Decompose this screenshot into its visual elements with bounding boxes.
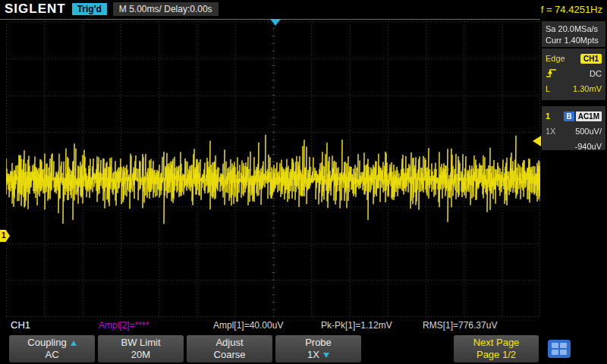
channel-label: CH1 <box>11 317 30 334</box>
measurement-item-0: Ampl[2]=**** <box>99 317 149 334</box>
softkey-adjust-label: Adjust <box>215 337 243 349</box>
memory-depth: Curr 1.40Mpts <box>546 35 602 46</box>
channel1-info-box[interactable]: 1 B AC1M 1X 500uV/ -940uV <box>542 106 605 150</box>
measurement-item-1: Ampl[1]=40.00uV <box>213 317 283 334</box>
softkey-nextpage-value: Page 1/2 <box>476 349 516 361</box>
frequency-counter: f = 74.4251Hz <box>541 4 607 15</box>
acquisition-info-box: Sa 20.0MSa/s Curr 1.40Mpts <box>542 21 605 47</box>
softkey-nextpage-label: Next Page <box>473 337 520 349</box>
softkey-nextpage[interactable]: Next Page Page 1/2 <box>454 335 539 362</box>
channel-coupling-badge: AC1M <box>576 111 602 121</box>
softkey-menu: Coupling AC BW Limit 20M Adjust Coarse P… <box>0 334 607 363</box>
trigger-level-marker[interactable] <box>533 136 541 146</box>
softkey-adjust[interactable]: Adjust Coarse <box>187 335 272 362</box>
softkey-probe-label: Probe <box>305 337 332 349</box>
measurement-item-2: Pk-Pk[1]=1.12mV <box>321 317 392 334</box>
menu-onoff-button[interactable] <box>548 340 571 358</box>
brand-logo: SIGLENT <box>5 2 66 17</box>
menu-grid-icon <box>552 343 567 355</box>
trigger-source-badge: CH1 <box>580 54 602 64</box>
oscilloscope-screen: SIGLENT Trig'd M 5.00ms/ Delay:0.00s f =… <box>0 0 607 364</box>
trigger-coupling: DC <box>590 69 602 78</box>
vertical-scale: 500uV/ <box>575 127 602 136</box>
softkey-bwlimit-label: BW Limit <box>121 337 161 349</box>
measurement-bar: CH1 Ampl[2]=**** Ampl[1]=40.00uV Pk-Pk[1… <box>0 317 540 334</box>
trigger-level-value: 1.30mV <box>573 84 602 93</box>
softkey-adjust-value: Coarse <box>214 349 246 361</box>
sample-rate: Sa 20.0MSa/s <box>546 24 602 35</box>
measurement-item-3: RMS[1]=776.37uV <box>423 317 497 334</box>
softkey-coupling-label: Coupling <box>27 337 66 349</box>
bandwidth-limit-badge: B <box>564 111 574 121</box>
softkey-bwlimit[interactable]: BW Limit 20M <box>98 335 184 362</box>
timebase-readout[interactable]: M 5.00ms/ Delay:0.00s <box>113 2 219 16</box>
rising-edge-icon <box>546 68 557 80</box>
channel-number: 1 <box>546 111 550 121</box>
trigger-status-badge: Trig'd <box>72 3 107 15</box>
trigger-type: Edge <box>546 54 565 63</box>
probe-attenuation: 1X <box>546 127 555 136</box>
top-status-bar: SIGLENT Trig'd M 5.00ms/ Delay:0.00s f =… <box>0 0 607 18</box>
trigger-position-marker[interactable] <box>270 19 281 26</box>
down-arrow-icon <box>323 353 329 358</box>
up-arrow-icon <box>71 340 77 346</box>
softkey-coupling[interactable]: Coupling AC <box>9 335 95 362</box>
softkey-coupling-value: AC <box>45 349 58 361</box>
right-info-panel: Sa 20.0MSa/s Curr 1.40Mpts Edge CH1 DC L… <box>542 21 605 150</box>
trigger-level-label: L <box>546 84 550 93</box>
vertical-offset: -940uV <box>575 142 602 151</box>
softkey-bwlimit-value: 20M <box>131 349 150 361</box>
trigger-info-box[interactable]: Edge CH1 DC L 1.30mV <box>542 49 605 100</box>
softkey-probe-value: 1X <box>307 349 319 361</box>
softkey-probe[interactable]: Probe 1X <box>275 335 361 362</box>
waveform-display <box>6 21 540 317</box>
